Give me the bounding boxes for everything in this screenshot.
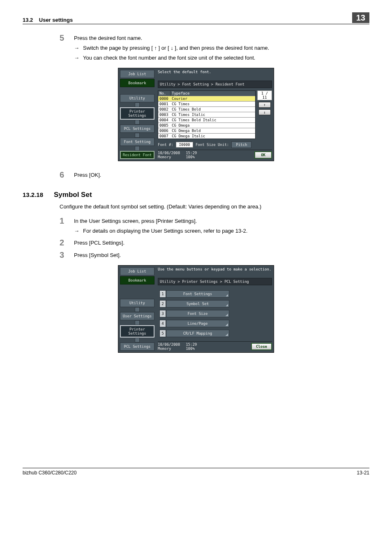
step-text: Press the desired font name. [74, 35, 369, 42]
step-subtext: For details on displaying the User Setti… [83, 227, 369, 235]
tab-job-list[interactable]: Job List [120, 267, 154, 275]
font-row-no: 0007 [158, 134, 171, 139]
menu-item-number: 5 [159, 330, 166, 337]
connector-icon [120, 134, 154, 137]
font-number-value[interactable]: I0000 [176, 142, 193, 148]
connector-icon [120, 120, 154, 124]
step-number: 2 [60, 238, 74, 247]
step-3: 3 Press [Symbol Set]. [60, 250, 369, 259]
connector-icon [120, 321, 154, 324]
menu-item-label: CR/LF Mapping [166, 330, 229, 337]
font-row[interactable]: 0006CG Omega Bold [158, 128, 255, 133]
section-title: User settings [39, 17, 73, 23]
menu-item-number: 4 [159, 320, 166, 327]
menu-item[interactable]: 5CR/LF Mapping [159, 330, 229, 337]
panel-instruction: Select the default font. [158, 70, 272, 78]
step-text: Press [PCL Settings]. [74, 239, 369, 247]
connector-icon [120, 308, 154, 311]
connector-icon [120, 103, 154, 106]
font-number-label: Font #: [158, 143, 173, 147]
step-1: 1 In the User Settings screen, press [Pr… [60, 216, 369, 235]
step-number: 5 [60, 33, 74, 62]
col-header-no: No. [158, 91, 171, 96]
menu-item-number: 3 [159, 310, 166, 317]
menu-item[interactable]: 2Symbol Set [159, 300, 229, 308]
step-text: Press [Symbol Set]. [74, 252, 369, 259]
font-row-no: 0006 [158, 128, 171, 133]
tab-resident-font[interactable]: Resident Font [120, 151, 154, 159]
subsection-title: Symbol Set [54, 191, 92, 199]
step-5: 5 Press the desired font name. → Switch … [60, 33, 369, 62]
tab-utility[interactable]: Utility [120, 94, 154, 102]
step-number: 6 [60, 170, 74, 179]
page-down-button[interactable]: ↓ [258, 109, 271, 115]
font-row[interactable]: 0000Courier [158, 96, 255, 101]
step-2: 2 Press [PCL Settings]. [60, 238, 369, 247]
font-row-name: CG Times Bold [171, 107, 255, 112]
col-header-typeface: Typeface [171, 91, 255, 96]
status-memory-value: 100% [186, 347, 197, 351]
menu-item-label: Font Settings [166, 290, 229, 298]
breadcrumb: Utility > Printer Settings > PCL Setting [158, 278, 272, 285]
step-number: 3 [60, 250, 74, 259]
font-row-name: CG Times Bold Italic [171, 118, 255, 123]
page-footer: bizhub C360/C280/C220 13-21 [23, 468, 369, 476]
step-text: In the User Settings screen, press [Prin… [74, 217, 369, 225]
font-row[interactable]: 0004CG Times Bold Italic [158, 117, 255, 123]
status-memory-label: Memory [158, 347, 180, 351]
tab-user-settings[interactable]: User Settings [120, 312, 154, 320]
step-6: 6 Press [OK]. [60, 170, 369, 179]
status-time: 15:29 [186, 342, 197, 347]
font-row[interactable]: 0001CG Times [158, 101, 255, 106]
tab-pcl-settings[interactable]: PCL Settings [120, 342, 154, 351]
font-size-unit-button[interactable]: Pitch [231, 141, 251, 148]
close-button[interactable]: Close [251, 343, 272, 350]
tab-job-list[interactable]: Job List [120, 70, 154, 78]
font-row-no: 0001 [158, 102, 171, 106]
tab-bookmark[interactable]: Bookmark [120, 276, 154, 284]
printer-panel-pcl-setting: Job List Bookmark Utility User Settings … [118, 265, 274, 353]
font-row-name: CG Times [171, 102, 255, 106]
font-row[interactable]: 0002CG Times Bold [158, 106, 255, 112]
font-size-unit-label: Font Size Unit: [196, 143, 229, 147]
footer-product: bizhub C360/C280/C220 [23, 470, 76, 476]
panel-instruction: Use the menu buttons or keypad to make a… [158, 267, 272, 275]
section-number: 13.2 [23, 17, 33, 23]
breadcrumb: Utility > Font Setting > Resident Font [158, 81, 272, 88]
connector-icon [120, 147, 154, 150]
font-table: No. Typeface 0000Courier0001CG Times0002… [158, 90, 256, 139]
arrow-icon: → [74, 227, 83, 235]
page-indicator: 1 / 11 [257, 90, 272, 100]
tab-bookmark[interactable]: Bookmark [120, 79, 154, 87]
connector-icon [120, 338, 154, 342]
tab-pcl-settings[interactable]: PCL Settings [120, 125, 154, 133]
chapter-badge: 13 [352, 12, 369, 23]
page-header: 13.2 User settings 13 [23, 12, 369, 24]
font-row-no: 0000 [158, 96, 171, 101]
font-row[interactable]: 0007CG Omega Italic [158, 133, 255, 139]
menu-item[interactable]: 4Line/Page [159, 320, 229, 327]
font-row-no: 0003 [158, 112, 171, 117]
font-row[interactable]: 0003CG Times Italic [158, 112, 255, 117]
font-row-no: 0002 [158, 107, 171, 112]
step-subtext: Switch the page by pressing [ ↑ ] or [ ↓… [83, 44, 369, 52]
tab-printer-settings[interactable]: Printer Settings [120, 325, 154, 338]
font-row-name: CG Omega Italic [171, 134, 255, 139]
subsection-header: 13.2.18 Symbol Set [23, 191, 369, 199]
font-row-no: 0004 [158, 118, 171, 123]
ok-button[interactable]: OK [254, 151, 272, 159]
footer-page: 13-21 [357, 470, 369, 476]
font-row-name: CG Omega [171, 123, 255, 128]
font-row-name: Courier [171, 96, 255, 101]
font-row[interactable]: 0005CG Omega [158, 123, 255, 128]
subsection-number: 13.2.18 [23, 191, 54, 198]
menu-item[interactable]: 1Font Settings [159, 290, 229, 298]
menu-item[interactable]: 3Font Size [159, 310, 229, 317]
menu-item-label: Symbol Set [166, 300, 229, 308]
status-date: 10/06/2008 [158, 342, 180, 347]
tab-printer-settings[interactable]: Printer Settings [120, 107, 154, 120]
menu-item-number: 2 [159, 300, 166, 308]
tab-font-setting[interactable]: Font Setting [120, 138, 154, 146]
tab-utility[interactable]: Utility [120, 299, 154, 307]
page-up-button[interactable]: ↑ [258, 102, 271, 108]
